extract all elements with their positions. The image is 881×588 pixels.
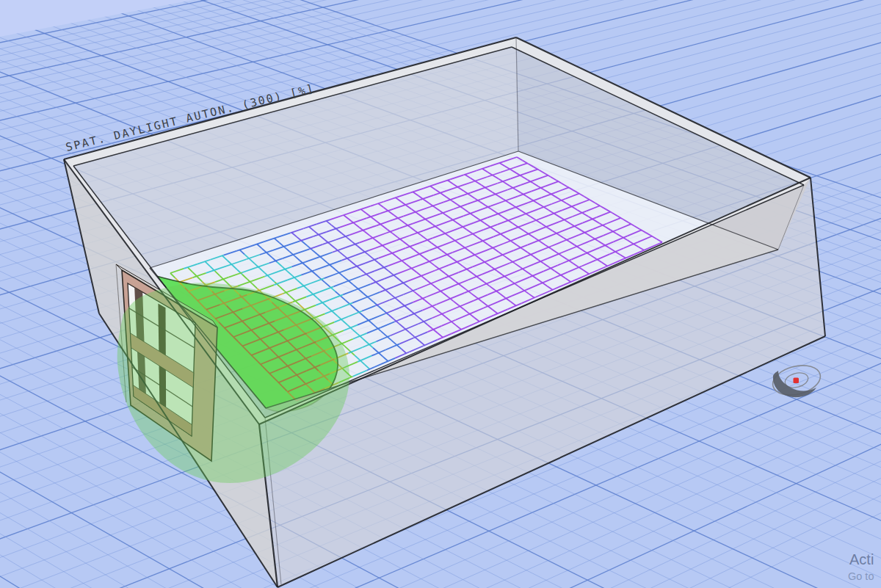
activate-watermark-line2: Go to [848, 570, 874, 582]
viewport-3d[interactable]: SPAT. DAYLIGHT AUTON. (300) [%] Acti Go … [0, 0, 881, 588]
viewport-canvas[interactable]: SPAT. DAYLIGHT AUTON. (300) [%] Acti Go … [0, 0, 881, 588]
activate-watermark-line1: Acti [849, 551, 874, 567]
